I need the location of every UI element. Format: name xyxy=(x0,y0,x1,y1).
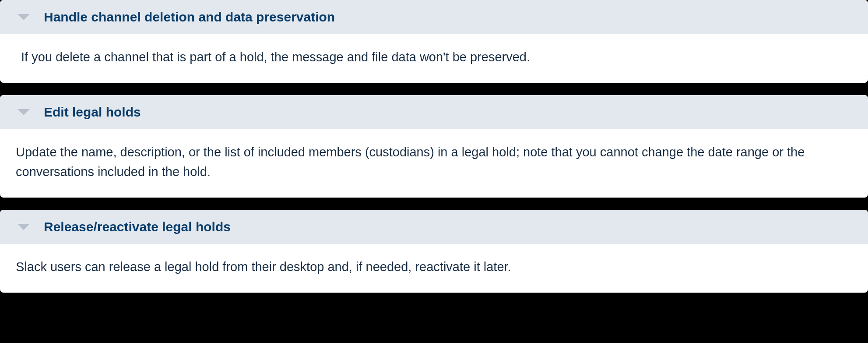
accordion-body: Slack users can release a legal hold fro… xyxy=(0,244,868,293)
chevron-down-icon xyxy=(18,14,30,20)
accordion-header-release-reactivate[interactable]: Release/reactivate legal holds xyxy=(0,210,868,244)
chevron-down-icon xyxy=(18,224,30,230)
accordion-item: Release/reactivate legal holds Slack use… xyxy=(0,210,868,293)
accordion-title: Handle channel deletion and data preserv… xyxy=(44,10,335,25)
accordion-title: Release/reactivate legal holds xyxy=(44,219,231,234)
accordion-header-edit-legal-holds[interactable]: Edit legal holds xyxy=(0,95,868,129)
accordion-item: Handle channel deletion and data preserv… xyxy=(0,0,868,83)
accordion-body: Update the name, description, or the lis… xyxy=(0,129,868,198)
accordion-item: Edit legal holds Update the name, descri… xyxy=(0,95,868,198)
accordion-body: If you delete a channel that is part of … xyxy=(0,34,868,83)
chevron-down-icon xyxy=(18,109,30,115)
accordion-header-channel-deletion[interactable]: Handle channel deletion and data preserv… xyxy=(0,0,868,34)
accordion-title: Edit legal holds xyxy=(44,105,141,120)
